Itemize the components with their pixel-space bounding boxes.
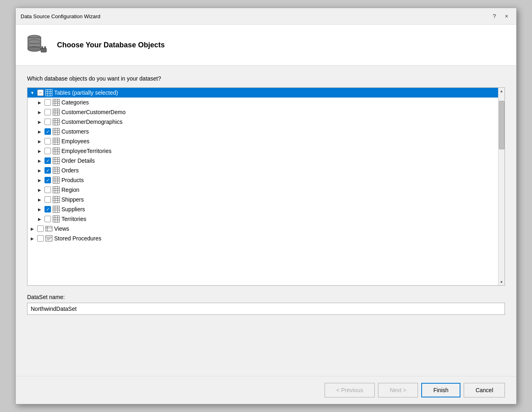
next-button[interactable]: Next > bbox=[378, 383, 418, 397]
svg-rect-43 bbox=[53, 157, 59, 164]
table-icon-et bbox=[53, 147, 60, 155]
label-views: Views bbox=[54, 225, 69, 232]
tree-inner: ▼ Tables (partially selected) bbox=[27, 88, 498, 285]
label-territories: Territories bbox=[61, 216, 86, 222]
checkbox-employees[interactable] bbox=[44, 138, 51, 144]
checkbox-region[interactable] bbox=[44, 187, 51, 193]
label-od: Order Details bbox=[61, 157, 95, 164]
scrollbar-thumb[interactable] bbox=[499, 101, 505, 149]
label-cd: CustomerDemographics bbox=[61, 119, 122, 125]
svg-rect-23 bbox=[53, 119, 59, 125]
tree-row-territories[interactable]: ▶ Territories bbox=[27, 214, 498, 224]
views-icon bbox=[45, 225, 53, 232]
checkbox-orders[interactable] bbox=[44, 167, 51, 174]
tree-row-region[interactable]: ▶ Region bbox=[27, 185, 498, 195]
table-icon-ccd bbox=[53, 108, 60, 116]
expand-arrow-customers[interactable]: ▶ bbox=[36, 128, 43, 135]
expand-arrow-employees[interactable]: ▶ bbox=[36, 138, 43, 144]
previous-button[interactable]: < Previous bbox=[325, 383, 375, 397]
expand-arrow-shippers[interactable]: ▶ bbox=[36, 196, 43, 203]
tree-row-shippers[interactable]: ▶ Shippers bbox=[27, 195, 498, 204]
tree-row-views[interactable]: ▶ Views bbox=[27, 224, 498, 234]
close-button[interactable]: × bbox=[502, 11, 511, 21]
tree-row-customerdemographics[interactable]: ▶ CustomerDemographics bbox=[27, 117, 498, 127]
table-icon-od bbox=[53, 157, 60, 164]
checkbox-tables-root[interactable] bbox=[37, 89, 44, 96]
label-customers: Customers bbox=[61, 128, 89, 135]
table-icon-suppliers bbox=[53, 206, 60, 213]
svg-rect-48 bbox=[53, 167, 59, 174]
expand-arrow-et[interactable]: ▶ bbox=[36, 148, 43, 154]
dataset-input[interactable] bbox=[27, 303, 505, 315]
label-ccd: CustomerCustomerDemo bbox=[61, 109, 126, 115]
table-icon-territories bbox=[53, 215, 60, 223]
expand-arrow-region[interactable]: ▶ bbox=[36, 187, 43, 193]
tree-container[interactable]: ▼ Tables (partially selected) bbox=[27, 87, 505, 286]
svg-rect-28 bbox=[53, 128, 59, 135]
tree-row-customercustomerdemo[interactable]: ▶ CustomerCustomerDemo bbox=[27, 107, 498, 117]
svg-rect-58 bbox=[53, 187, 59, 193]
svg-rect-8 bbox=[46, 89, 52, 96]
checkbox-ccd[interactable] bbox=[44, 109, 51, 115]
scroll-up-arrow[interactable]: ▲ bbox=[499, 88, 505, 94]
expand-arrow-categories[interactable]: ▶ bbox=[36, 99, 43, 106]
table-icon-customers bbox=[53, 128, 60, 135]
checkbox-categories[interactable] bbox=[44, 99, 51, 106]
expand-arrow-suppliers[interactable]: ▶ bbox=[36, 206, 43, 212]
title-bar-controls: ? × bbox=[490, 11, 511, 21]
scrollbar[interactable]: ▲ ▼ bbox=[498, 88, 505, 285]
body-section: Which database objects do you want in yo… bbox=[16, 66, 516, 376]
expand-arrow-views[interactable]: ▶ bbox=[29, 225, 36, 232]
tree-row-customers[interactable]: ▶ Customers bbox=[27, 127, 498, 136]
dataset-label: DataSet name: bbox=[27, 294, 505, 300]
checkbox-territories[interactable] bbox=[44, 216, 51, 222]
checkbox-shippers[interactable] bbox=[44, 196, 51, 203]
expand-arrow-territories[interactable]: ▶ bbox=[36, 216, 43, 222]
expand-arrow-ccd[interactable]: ▶ bbox=[36, 109, 43, 115]
database-icon bbox=[25, 33, 50, 57]
label-region: Region bbox=[61, 187, 79, 193]
svg-rect-6 bbox=[42, 47, 43, 49]
scroll-down-arrow[interactable]: ▼ bbox=[499, 279, 505, 285]
checkbox-cd[interactable] bbox=[44, 119, 51, 125]
expand-arrow-cd[interactable]: ▶ bbox=[36, 119, 43, 125]
tree-row-categories[interactable]: ▶ Categories bbox=[27, 98, 498, 107]
checkbox-od[interactable] bbox=[44, 157, 51, 164]
checkbox-sp[interactable] bbox=[37, 235, 44, 242]
expand-arrow-products[interactable]: ▶ bbox=[36, 177, 43, 183]
svg-rect-33 bbox=[53, 138, 59, 144]
tree-row-orderdetails[interactable]: ▶ Order Details bbox=[27, 156, 498, 166]
tree-row-employees[interactable]: ▶ Employees bbox=[27, 136, 498, 146]
svg-rect-68 bbox=[53, 206, 59, 212]
footer: < Previous Next > Finish Cancel bbox=[16, 376, 516, 404]
svg-rect-13 bbox=[53, 99, 59, 106]
checkbox-customers[interactable] bbox=[44, 128, 51, 135]
window-title: Data Source Configuration Wizard bbox=[21, 13, 100, 19]
expand-arrow-tables[interactable]: ▼ bbox=[29, 89, 36, 96]
checkbox-views[interactable] bbox=[37, 225, 44, 232]
dialog-window: Data Source Configuration Wizard ? × Cho… bbox=[15, 8, 517, 404]
expand-arrow-sp[interactable]: ▶ bbox=[29, 235, 36, 242]
tree-row-suppliers[interactable]: ▶ Suppliers bbox=[27, 204, 498, 214]
checkbox-et[interactable] bbox=[44, 148, 51, 154]
table-icon-orders bbox=[53, 167, 60, 174]
dataset-section: DataSet name: bbox=[27, 294, 505, 315]
help-button[interactable]: ? bbox=[490, 11, 499, 21]
header-section: Choose Your Database Objects bbox=[16, 25, 516, 66]
svg-rect-18 bbox=[53, 109, 59, 115]
checkbox-products[interactable] bbox=[44, 177, 51, 183]
tree-row-employeeterritories[interactable]: ▶ EmployeeTerritories bbox=[27, 146, 498, 156]
tree-row-orders[interactable]: ▶ Orders bbox=[27, 166, 498, 175]
expand-arrow-od[interactable]: ▶ bbox=[36, 157, 43, 164]
tree-row-storedprocedures[interactable]: ▶ Stored Procedures bbox=[27, 234, 498, 243]
svg-rect-78 bbox=[46, 226, 52, 231]
cancel-button[interactable]: Cancel bbox=[464, 383, 505, 397]
label-suppliers: Suppliers bbox=[61, 206, 85, 212]
tree-row-tables-root[interactable]: ▼ Tables (partially selected) bbox=[27, 88, 498, 98]
checkbox-suppliers[interactable] bbox=[44, 206, 51, 212]
expand-arrow-orders[interactable]: ▶ bbox=[36, 167, 43, 174]
tree-row-products[interactable]: ▶ Products bbox=[27, 175, 498, 185]
table-grid-icon bbox=[45, 89, 53, 96]
label-et: EmployeeTerritories bbox=[61, 148, 112, 154]
finish-button[interactable]: Finish bbox=[421, 383, 460, 397]
